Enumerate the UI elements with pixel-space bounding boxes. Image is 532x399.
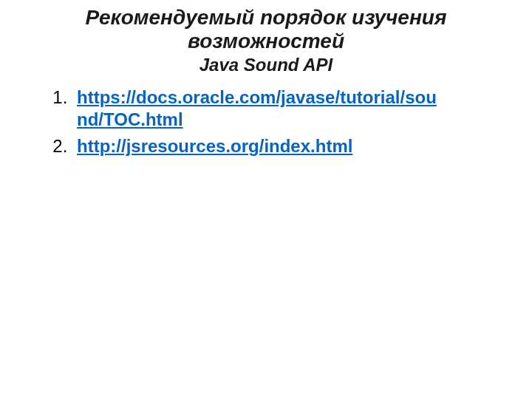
title-line-1: Рекомендуемый порядок изучения xyxy=(30,6,502,30)
link-text: http://jsresources.org/index.html xyxy=(77,136,352,156)
link-text-segment: nd/TOC.html xyxy=(77,109,183,129)
link-text-segment: https://docs.oracle.com/javase/tutorial/… xyxy=(77,87,437,107)
slide-title-block: Рекомендуемый порядок изучения возможнос… xyxy=(30,6,502,76)
slide-subtitle: Java Sound API xyxy=(30,55,502,76)
list-item: https://docs.oracle.com/javase/tutorial/… xyxy=(72,86,502,131)
title-line-2: возможностей xyxy=(30,30,502,53)
reference-link-2[interactable]: http://jsresources.org/index.html xyxy=(77,136,352,156)
list-item: http://jsresources.org/index.html xyxy=(72,135,502,157)
reference-link-1[interactable]: https://docs.oracle.com/javase/tutorial/… xyxy=(77,87,437,129)
link-list: https://docs.oracle.com/javase/tutorial/… xyxy=(30,86,502,157)
